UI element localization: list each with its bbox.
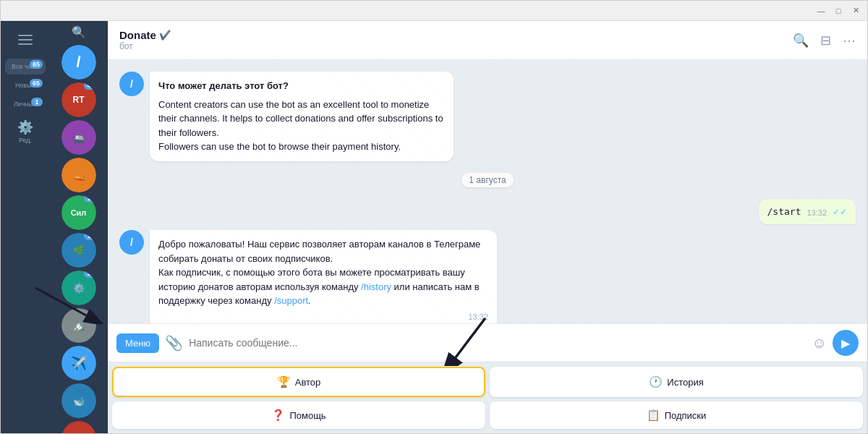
telegram-badge: 1 — [86, 346, 96, 353]
bot-keyboard: 🏆 Автор 🕐 История ❓ Помощь 📋 Подписки — [108, 362, 867, 433]
all-chats-badge: 65 — [30, 60, 43, 69]
history-emoji: 🕐 — [649, 375, 663, 388]
search-icon: 🔍 — [72, 25, 86, 39]
chat-input-area: Меню 📎 ☺ ▶ — [108, 323, 867, 362]
hamburger-menu[interactable] — [11, 27, 40, 53]
app-body: 65 Все чаты 65 Новые 1 Личные ⚙️ Ред. 🔍 — [1, 21, 867, 433]
hamburger-line — [18, 43, 33, 45]
date-badge: 1 августа — [461, 173, 513, 187]
subscriptions-emoji: 📋 — [647, 409, 660, 422]
kbd-author-button[interactable]: 🏆 Автор — [112, 367, 485, 397]
chat-avatar-8[interactable]: 🏔️ — [61, 308, 96, 343]
search-header-icon[interactable]: 🔍 — [793, 33, 809, 48]
minimize-button[interactable]: — — [815, 5, 827, 17]
chat-header: Donate ✔️ бот 🔍 ⊟ ⋯ — [108, 21, 867, 60]
chat-messages: / Что может делать этот бот? Content cre… — [108, 60, 867, 323]
sidebar-item-new[interactable]: 65 Новые — [5, 77, 46, 93]
message-bubble-long: Добро пожаловаты! Наш сервис позволяет а… — [150, 230, 497, 323]
header-actions: 🔍 ⊟ ⋯ — [793, 33, 856, 48]
chat-avatar-9[interactable]: 🐋 — [61, 383, 96, 418]
rt-badge: 44 — [84, 82, 95, 90]
msg-title-intro: Что может делать этот бот? — [158, 79, 445, 93]
chat-name-text: Donate — [119, 29, 156, 41]
personal-badge: 1 — [31, 98, 43, 106]
sidebar-item-personal[interactable]: 1 Личные — [5, 96, 46, 112]
new-badge: 65 — [30, 79, 43, 88]
kbd-subscriptions-button[interactable]: 📋 Подписки — [490, 401, 863, 429]
columns-icon[interactable]: ⊟ — [820, 33, 831, 48]
kbd-history-button[interactable]: 🕐 История — [490, 367, 863, 397]
chat-sub: бот — [119, 41, 786, 51]
chat-avatar-6[interactable]: 🌿 14 — [61, 233, 96, 268]
message-bot-intro: / Что может делать этот бот? Content cre… — [119, 72, 635, 161]
chat-avatar-5[interactable]: Сил 15 — [61, 195, 96, 230]
search-button[interactable]: 🔍 — [64, 25, 93, 39]
subscriptions-label: Подписки — [665, 410, 707, 421]
msg-start-text: /start — [767, 205, 801, 219]
msg-body-intro: Content creators can use the bot as an e… — [158, 98, 445, 154]
app-window: — □ ✕ 65 Все чаты 65 Новые 1 Личные — [0, 0, 868, 434]
chat-list: 🔍 / RT 44 🚢 🚤 Сил 15 🌿 14 — [50, 21, 108, 433]
bot-avatar-2: / — [119, 230, 144, 255]
chat-avatar-rt[interactable]: RT 44 — [61, 82, 96, 117]
chat-name: Donate ✔️ — [119, 29, 786, 41]
chat-avatar-7[interactable]: ⚙️ 35 — [61, 271, 96, 305]
hamburger-line — [18, 35, 33, 36]
verified-icon: ✔️ — [159, 30, 171, 41]
date-divider: 1 августа — [119, 173, 856, 187]
message-bubble-intro: Что может делать этот бот? Content creat… — [150, 72, 454, 161]
menu-button[interactable]: Меню — [116, 333, 159, 353]
attach-icon[interactable]: 📎 — [165, 334, 183, 352]
msg-body-long: Добро пожаловаты! Наш сервис позволяет а… — [158, 237, 488, 308]
maximize-button[interactable]: □ — [833, 5, 844, 17]
kbd-help-button[interactable]: ❓ Помощь — [112, 401, 485, 429]
more-icon[interactable]: ⋯ — [843, 33, 856, 48]
badge7: 35 — [84, 271, 95, 278]
filter-icon: ⚙️ — [17, 119, 33, 135]
sidebar-item-edited[interactable]: ⚙️ Ред. — [5, 115, 46, 148]
message-user-start: /start 13:32 ✓✓ — [759, 199, 856, 225]
title-bar: — □ ✕ — [1, 1, 867, 21]
badge6: 14 — [84, 233, 95, 240]
sticker-icon[interactable]: ☺ — [812, 335, 827, 352]
msg-long-time: 13:32 — [158, 311, 488, 323]
help-label: Помощь — [289, 410, 326, 421]
send-button[interactable]: ▶ — [833, 330, 859, 356]
chat-avatar-4[interactable]: 🚤 — [61, 158, 96, 192]
bot-avatar: / — [119, 72, 144, 96]
author-label: Автор — [295, 377, 321, 388]
history-link[interactable]: /history — [361, 281, 391, 292]
hamburger-line — [18, 39, 33, 41]
chat-avatar-telegram[interactable]: ✈️ 1 — [61, 346, 96, 380]
close-button[interactable]: ✕ — [850, 5, 861, 17]
left-nav: 65 Все чаты 65 Новые 1 Личные ⚙️ Ред. — [1, 21, 50, 433]
chat-main: Donate ✔️ бот 🔍 ⊟ ⋯ / Что может дел — [108, 21, 867, 433]
read-check-icon: ✓✓ — [833, 205, 847, 218]
badge5: 15 — [84, 195, 95, 203]
chat-avatar-donate[interactable]: / — [61, 45, 96, 80]
chat-avatar-10[interactable]: 🅰 — [61, 421, 96, 433]
support-link[interactable]: /support — [274, 295, 308, 306]
msg-start-time: 13:32 — [807, 207, 827, 219]
message-bot-long: / Добро пожаловаты! Наш сервис позволяет… — [119, 230, 708, 323]
message-input[interactable] — [189, 337, 806, 349]
message-bubble-start: /start 13:32 ✓✓ — [759, 199, 856, 225]
author-emoji: 🏆 — [277, 375, 291, 388]
history-label: История — [667, 377, 703, 388]
edited-label: Ред. — [19, 137, 32, 144]
help-emoji: ❓ — [271, 409, 285, 422]
chat-header-info: Donate ✔️ бот — [119, 29, 786, 51]
sidebar-item-all-chats[interactable]: 65 Все чаты — [5, 59, 46, 75]
chat-avatar-3[interactable]: 🚢 — [61, 120, 96, 155]
input-row: Меню 📎 ☺ ▶ — [116, 330, 859, 356]
